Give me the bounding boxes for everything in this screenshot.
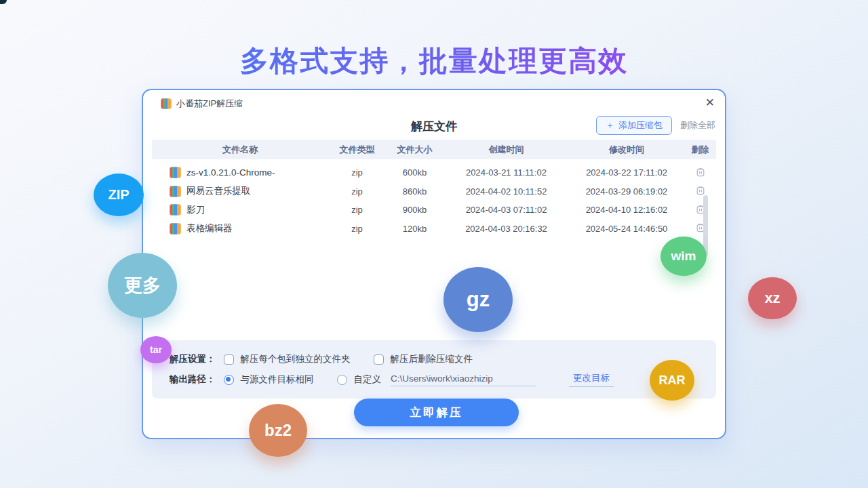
- file-type-cell: zip: [328, 186, 386, 197]
- format-bubble-tar: tar: [140, 336, 172, 363]
- file-size-cell: 120kb: [386, 224, 443, 234]
- format-bubble-more: 更多: [108, 253, 177, 318]
- file-modified-cell: 2024-03-22 17:11:02: [569, 167, 684, 178]
- add-archive-button[interactable]: ＋ 添加压缩包: [596, 116, 672, 135]
- archive-file-icon: [170, 186, 181, 197]
- checkbox-separate-folder[interactable]: [224, 354, 234, 365]
- trash-icon[interactable]: [696, 167, 705, 179]
- panel-header: 解压文件 ＋ 添加压缩包 删除全部: [143, 114, 725, 138]
- file-created-cell: 2024-03-21 11:11:02: [443, 167, 569, 178]
- file-created-cell: 2024-04-03 07:11:02: [443, 205, 569, 215]
- radio-same-as-source[interactable]: [224, 375, 234, 385]
- file-size-cell: 900kb: [386, 205, 443, 215]
- delete-all-button[interactable]: 删除全部: [680, 119, 715, 131]
- archive-file-icon: [170, 223, 181, 235]
- col-header-name: 文件名称: [152, 144, 328, 156]
- col-header-modified: 修改时间: [569, 144, 684, 156]
- file-modified-cell: 2024-03-29 06:19:02: [569, 186, 684, 197]
- file-table: 文件名称 文件类型 文件大小 创建时间 修改时间 删除 zs-v1.0.21.0…: [152, 140, 716, 339]
- plus-icon: ＋: [606, 119, 614, 131]
- file-size-cell: 600kb: [386, 167, 443, 178]
- custom-path-label[interactable]: 自定义: [354, 373, 382, 386]
- extract-now-button[interactable]: 立即解压: [354, 399, 519, 426]
- screen-corner-notch: [0, 0, 7, 4]
- header-controls: ＋ 添加压缩包 删除全部: [596, 116, 715, 135]
- file-created-cell: 2024-04-03 20:16:32: [443, 224, 569, 234]
- output-path-label: 输出路径：: [170, 373, 216, 386]
- format-bubble-gz: gz: [443, 267, 513, 332]
- format-bubble-wim: wim: [660, 237, 707, 276]
- close-icon[interactable]: ✕: [705, 97, 715, 108]
- file-type-cell: zip: [328, 224, 386, 234]
- file-modified-cell: 2024-04-10 12:16:02: [569, 205, 684, 215]
- format-bubble-rar: RAR: [650, 360, 694, 401]
- delete-after-label[interactable]: 解压后删除压缩文件: [391, 353, 473, 365]
- table-header-row: 文件名称 文件类型 文件大小 创建时间 修改时间 删除: [152, 140, 716, 159]
- app-logo-icon: [161, 98, 172, 109]
- file-created-cell: 2024-04-02 10:11:52: [443, 186, 569, 197]
- table-row[interactable]: 网易云音乐提取 zip 860kb 2024-04-02 10:11:52 20…: [152, 182, 716, 201]
- file-name-cell: zs-v1.0.21.0-Chrome-: [152, 167, 328, 178]
- file-name-cell: 影刀: [152, 204, 328, 216]
- archive-file-icon: [170, 204, 181, 216]
- col-header-created: 创建时间: [443, 144, 569, 156]
- app-title: 小番茄ZIP解压缩: [176, 98, 243, 110]
- radio-custom-path[interactable]: [337, 375, 347, 385]
- format-bubble-bz2: bz2: [249, 404, 307, 457]
- col-header-type: 文件类型: [328, 144, 386, 156]
- archive-file-icon: [170, 167, 181, 178]
- format-bubble-xz: xz: [748, 277, 797, 319]
- file-type-cell: zip: [328, 167, 386, 178]
- format-bubble-zip: ZIP: [94, 174, 144, 216]
- file-size-cell: 860kb: [386, 186, 443, 197]
- checkbox-delete-after[interactable]: [374, 354, 384, 365]
- file-name-cell: 网易云音乐提取: [152, 185, 328, 197]
- same-as-source-label[interactable]: 与源文件目标相同: [241, 373, 314, 386]
- separate-folder-label[interactable]: 解压每个包到独立的文件夹: [241, 353, 351, 365]
- add-archive-label: 添加压缩包: [618, 119, 663, 131]
- extract-settings-row: 解压设置： 解压每个包到独立的文件夹 解压后删除压缩文件: [170, 349, 716, 369]
- col-header-delete: 删除: [684, 144, 716, 156]
- file-name-cell: 表格编辑器: [152, 222, 328, 235]
- table-row[interactable]: zs-v1.0.21.0-Chrome- zip 600kb 2024-03-2…: [152, 163, 716, 182]
- titlebar: 小番茄ZIP解压缩: [143, 90, 725, 113]
- table-row[interactable]: 表格编辑器 zip 120kb 2024-04-03 20:16:32 2024…: [152, 220, 716, 239]
- file-type-cell: zip: [328, 205, 386, 215]
- extract-settings-label: 解压设置：: [170, 353, 216, 365]
- unzip-dialog-window: 小番茄ZIP解压缩 ✕ 解压文件 ＋ 添加压缩包 删除全部 文件名称 文件类型 …: [142, 89, 726, 439]
- table-row[interactable]: 影刀 zip 900kb 2024-04-03 07:11:02 2024-04…: [152, 201, 716, 220]
- settings-panel: 解压设置： 解压每个包到独立的文件夹 解压后删除压缩文件 输出路径： 与源文件目…: [152, 340, 716, 399]
- col-header-size: 文件大小: [386, 144, 443, 156]
- page-title: 多格式支持，批量处理更高效: [0, 42, 868, 80]
- custom-path-field[interactable]: C:\Users\iwork\xiaozhizip: [391, 373, 536, 386]
- change-target-link[interactable]: 更改目标: [569, 372, 614, 387]
- output-path-row: 输出路径： 与源文件目标相同 自定义 C:\Users\iwork\xiaozh…: [170, 369, 716, 390]
- file-modified-cell: 2024-05-24 14:46:50: [569, 224, 684, 234]
